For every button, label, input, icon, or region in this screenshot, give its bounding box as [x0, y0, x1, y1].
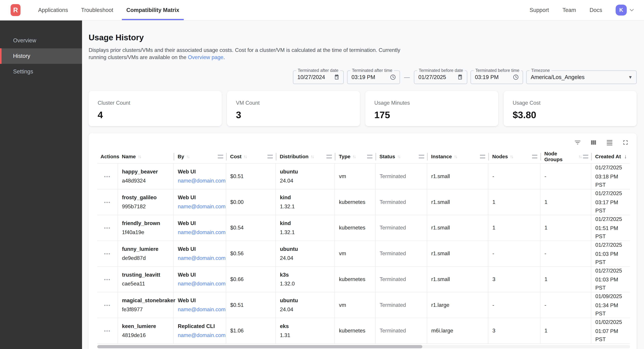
field-value[interactable]: America/Los_Angeles: [531, 74, 626, 80]
description-period: .: [224, 54, 225, 60]
row-actions-button[interactable]: •••: [104, 303, 111, 308]
cell-status: Terminated: [375, 163, 427, 189]
calendar-icon[interactable]: [334, 74, 340, 80]
sidebar-item-settings[interactable]: Settings: [0, 64, 82, 79]
clock-icon[interactable]: [513, 74, 519, 80]
column-menu-icon[interactable]: [419, 155, 424, 158]
timezone-select[interactable]: Timezone America/Los_Angeles ▼: [526, 70, 637, 84]
clock-icon[interactable]: [390, 74, 396, 80]
column-header-created-at[interactable]: Created At↓: [591, 150, 630, 163]
field-value[interactable]: 10/27/2024: [298, 74, 331, 80]
table-row: ••• friendly_brown1f40a19e Web UIname@do…: [97, 215, 630, 241]
stat-card-vm-count: VM Count 3: [227, 91, 360, 126]
terminated-after-time-field[interactable]: Terminated after time 03:19 PM: [347, 70, 400, 84]
stat-value: 4: [98, 109, 212, 120]
cell-nodes: 3: [488, 318, 540, 344]
cell-distribution: ubuntu24.04: [276, 163, 335, 189]
horizontal-scrollbar[interactable]: [97, 345, 630, 348]
sort-icon: ↑↓: [186, 154, 189, 159]
cell-cost: $1.06: [226, 318, 276, 344]
column-menu-icon[interactable]: [268, 155, 273, 158]
email-link[interactable]: name@domain.com: [178, 331, 224, 340]
sort-icon: ↑↓: [352, 154, 355, 159]
density-icon[interactable]: [606, 139, 613, 146]
row-actions-button[interactable]: •••: [104, 174, 111, 179]
filter-bar: Terminated after date 10/27/2024 Termina…: [88, 70, 636, 84]
row-actions-button[interactable]: •••: [104, 251, 111, 256]
account-menu[interactable]: K: [616, 4, 635, 16]
terminated-after-date-field[interactable]: Terminated after date 10/27/2024: [293, 70, 344, 84]
nav-link-team[interactable]: Team: [562, 7, 576, 13]
stat-label: Usage Cost: [512, 100, 628, 106]
tab-applications[interactable]: Applications: [34, 0, 72, 20]
overview-page-link[interactable]: Overview page: [188, 54, 224, 60]
cell-cost: $0.66: [226, 267, 276, 292]
table-toolbar: [97, 138, 630, 150]
stat-label: Cluster Count: [98, 100, 212, 106]
column-menu-icon[interactable]: [367, 155, 372, 158]
scrollbar-thumb[interactable]: [97, 345, 422, 348]
cell-by: Web UIname@domain.com: [174, 163, 226, 189]
column-menu-icon[interactable]: [218, 155, 223, 158]
column-header-distribution[interactable]: Distribution↑↓: [276, 150, 335, 163]
cell-node-groups: -: [540, 292, 591, 318]
row-actions-button[interactable]: •••: [104, 200, 111, 205]
table-row: ••• funny_lumierede9ed87d Web UIname@dom…: [97, 241, 630, 267]
column-menu-icon[interactable]: [583, 155, 588, 158]
table-row: ••• keen_lumiere4819de16 Replicated CLIn…: [97, 318, 630, 344]
column-header-status[interactable]: Status↑↓: [375, 150, 427, 163]
columns-icon[interactable]: [590, 139, 597, 146]
row-actions-button[interactable]: •••: [104, 277, 111, 282]
cell-by: Web UIname@domain.com: [174, 215, 226, 241]
cell-instance: r1.small: [427, 163, 488, 189]
sidebar-item-overview[interactable]: Overview: [0, 33, 82, 48]
cell-node-groups: 1: [540, 318, 591, 344]
row-actions-button[interactable]: •••: [104, 225, 111, 231]
column-header-nodes[interactable]: Nodes↑↓: [488, 150, 540, 163]
cell-nodes: 3: [488, 267, 540, 292]
cell-instance: m6i.large: [427, 318, 488, 344]
cell-by: Web UIname@domain.com: [174, 292, 226, 318]
nav-link-docs[interactable]: Docs: [590, 7, 602, 13]
tab-compatibility-matrix[interactable]: Compatibility Matrix: [122, 0, 184, 20]
column-header-instance[interactable]: Instance↑↓: [427, 150, 488, 163]
email-link[interactable]: name@domain.com: [178, 306, 224, 314]
stat-label: Usage Minutes: [374, 100, 489, 106]
email-link[interactable]: name@domain.com: [178, 254, 224, 262]
column-header-node-groups[interactable]: Node Groups↑↓: [540, 150, 591, 163]
column-menu-icon[interactable]: [532, 155, 537, 158]
sidebar-item-history[interactable]: History: [0, 48, 82, 64]
column-header-cost[interactable]: Cost↑↓: [226, 150, 276, 163]
tab-troubleshoot[interactable]: Troubleshoot: [76, 0, 118, 20]
field-value[interactable]: 03:19 PM: [475, 74, 510, 80]
column-menu-icon[interactable]: [326, 155, 332, 158]
top-navbar: R Applications Troubleshoot Compatibilit…: [0, 0, 644, 20]
column-header-type[interactable]: Type↑↓: [335, 150, 375, 163]
filter-icon[interactable]: [574, 139, 581, 146]
calendar-icon[interactable]: [457, 74, 463, 80]
email-link[interactable]: name@domain.com: [178, 177, 224, 185]
replicated-logo-icon[interactable]: R: [10, 4, 20, 16]
fullscreen-icon[interactable]: [622, 139, 629, 146]
nav-link-support[interactable]: Support: [530, 7, 549, 13]
email-link[interactable]: name@domain.com: [178, 228, 224, 237]
brand[interactable]: R: [10, 0, 20, 20]
field-value[interactable]: 03:19 PM: [352, 74, 388, 80]
column-header-name[interactable]: Name↑↓: [118, 150, 174, 163]
cell-created-at: 01/27/202503:17 PM PST: [591, 189, 630, 215]
column-menu-icon[interactable]: [480, 155, 485, 158]
cell-status: Terminated: [375, 267, 427, 292]
field-value[interactable]: 01/27/2025: [418, 74, 455, 80]
field-label: Timezone: [530, 68, 552, 73]
terminated-before-time-field[interactable]: Terminated before time 03:19 PM: [470, 70, 523, 84]
column-header-by[interactable]: By↑↓: [174, 150, 226, 163]
cell-cost: $0.54: [226, 215, 276, 241]
cell-nodes: -: [488, 241, 540, 267]
avatar[interactable]: K: [616, 4, 627, 16]
sort-icon: ↑↓: [138, 154, 141, 159]
row-actions-button[interactable]: •••: [104, 328, 111, 334]
email-link[interactable]: name@domain.com: [178, 280, 224, 288]
terminated-before-date-field[interactable]: Terminated before date 01/27/2025: [414, 70, 467, 84]
stat-label: VM Count: [236, 100, 351, 106]
email-link[interactable]: name@domain.com: [178, 203, 224, 211]
